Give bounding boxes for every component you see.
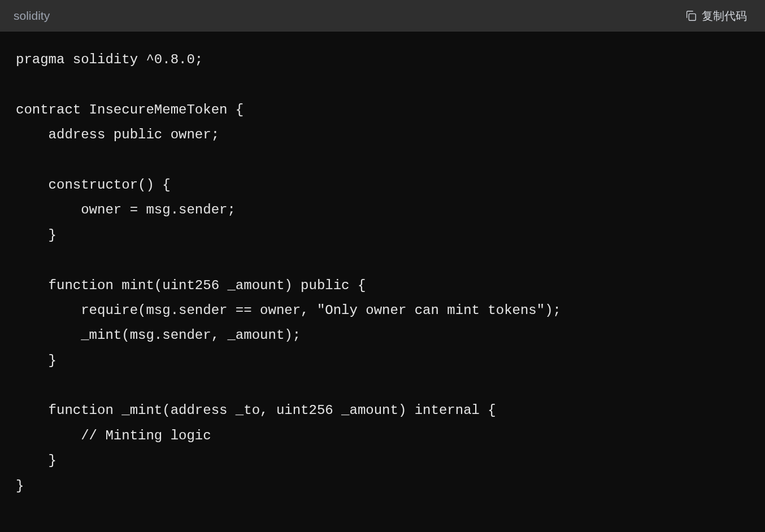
code-text: pragma solidity ^0.8.0; contract Insecur… bbox=[16, 47, 749, 499]
copy-button-label: 复制代码 bbox=[702, 8, 747, 24]
code-block-container: solidity 复制代码 pragma solidity ^0.8.0; co… bbox=[0, 0, 765, 532]
copy-code-button[interactable]: 复制代码 bbox=[680, 6, 751, 26]
code-content-area[interactable]: pragma solidity ^0.8.0; contract Insecur… bbox=[0, 32, 765, 532]
svg-rect-0 bbox=[689, 14, 696, 20]
language-label: solidity bbox=[14, 9, 50, 23]
copy-icon bbox=[685, 10, 697, 22]
code-block-header: solidity 复制代码 bbox=[0, 0, 765, 32]
